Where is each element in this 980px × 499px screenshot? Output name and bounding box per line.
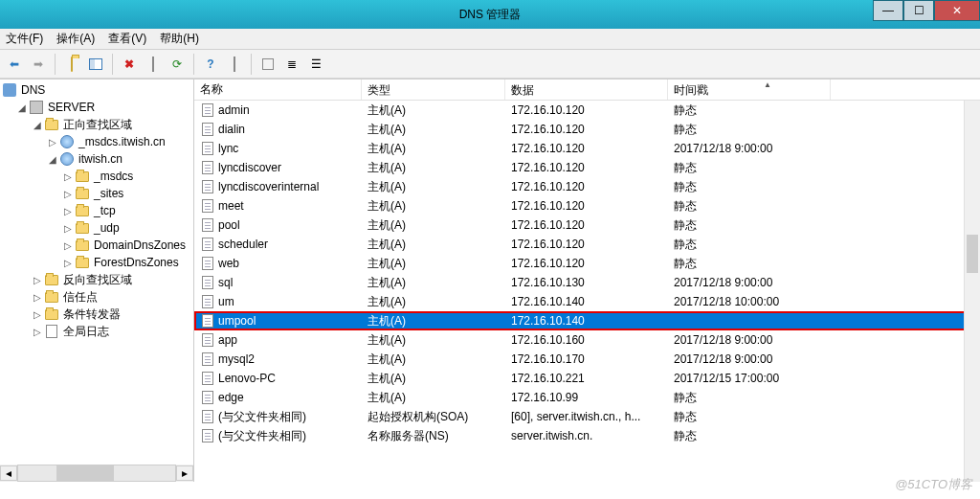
record-time: 2017/12/18 10:00:00 [668,295,831,308]
detail-icon: ☰ [311,57,322,71]
forward-button[interactable]: ➡ [28,54,49,75]
record-icon [200,352,215,367]
record-data: 172.16.10.170 [505,352,668,366]
window-title: DNS 管理器 [459,7,522,23]
record-name: admin [218,103,250,117]
record-icon [200,409,215,424]
minimize-button[interactable]: — [873,0,903,21]
record-time: 静态 [668,237,831,253]
record-type: 主机(A) [362,102,505,119]
record-name: lync [218,142,238,155]
list-header: 名称 类型 数据 时间戳 [194,79,980,101]
menu-action[interactable]: 操作(A) [56,31,95,47]
tree-hscrollbar[interactable]: ◂ ▸ [0,465,193,482]
delete-button[interactable]: ✖ [119,54,140,75]
menu-help[interactable]: 帮助(H) [160,31,199,47]
filter-icon [262,58,274,70]
record-row[interactable]: mysql2主机(A)172.16.10.1702017/12/18 9:00:… [194,350,980,369]
col-type[interactable]: 类型 [362,79,505,100]
record-name: dialin [218,123,245,136]
record-type: 主机(A) [362,237,505,253]
list-vscrollbar[interactable] [964,101,980,482]
properties-button[interactable] [143,54,164,75]
tree-sub-tcp[interactable]: ▷_tcp [0,202,193,219]
help-button[interactable]: ? [200,54,221,75]
record-data: 172.16.10.120 [505,103,668,117]
delete-icon: ✖ [124,57,134,71]
record-time: 静态 [668,160,831,176]
tree-domain-zone[interactable]: ◢itwish.cn [0,150,193,168]
filter-button[interactable] [257,54,278,75]
record-type: 主机(A) [362,332,505,349]
list-body[interactable]: admin主机(A)172.16.10.120静态dialin主机(A)172.… [194,101,980,482]
detail-button[interactable]: ☰ [305,54,326,75]
tree-global-log[interactable]: ▷全局日志 [0,323,193,340]
tree-server[interactable]: ◢SERVER [0,99,193,116]
tree-trust-points[interactable]: ▷信任点 [0,288,193,306]
record-icon [200,217,215,233]
record-row[interactable]: lync主机(A)172.16.10.1202017/12/18 9:00:00 [194,139,980,158]
tree-sub-forestdns[interactable]: ▷ForestDnsZones [0,254,193,271]
close-button[interactable]: ✕ [934,0,980,21]
record-row[interactable]: umpool主机(A)172.16.10.140 [194,311,980,330]
record-time: 2017/12/18 9:00:00 [668,276,831,289]
menu-bar: 文件(F) 操作(A) 查看(V) 帮助(H) [0,29,980,50]
record-data: 172.16.10.120 [505,199,668,213]
record-row[interactable]: (与父文件夹相同)起始授权机构(SOA)[60], server.itwish.… [194,407,980,426]
record-row[interactable]: lyncdiscover主机(A)172.16.10.120静态 [194,158,980,177]
zone-icon [60,152,74,166]
col-time[interactable]: 时间戳 [668,79,831,100]
tree-sub-udp[interactable]: ▷_udp [0,219,193,237]
record-icon [200,198,215,214]
record-time: 静态 [668,102,831,119]
record-row[interactable]: lyncdiscoverinternal主机(A)172.16.10.120静态 [194,177,980,196]
record-row[interactable]: Lenovo-PC主机(A)172.16.10.2212017/12/15 17… [194,369,980,388]
zone-icon [60,135,74,148]
record-name: lyncdiscoverinternal [218,180,319,193]
menu-view[interactable]: 查看(V) [108,31,146,47]
back-button[interactable]: ⬅ [4,54,25,75]
record-row[interactable]: sql主机(A)172.16.10.1302017/12/18 9:00:00 [194,273,980,292]
record-data: 172.16.10.120 [505,161,668,174]
list-button[interactable]: ≣ [281,54,302,75]
record-row[interactable]: um主机(A)172.16.10.1402017/12/18 10:00:00 [194,292,980,311]
tree-msdcs-zone[interactable]: ▷_msdcs.itwish.cn [0,133,193,150]
record-row[interactable]: admin主机(A)172.16.10.120静态 [194,101,980,120]
tree-reverse-zone[interactable]: ▷反向查找区域 [0,271,193,288]
record-row[interactable]: scheduler主机(A)172.16.10.120静态 [194,235,980,254]
record-time: 静态 [668,198,831,215]
refresh-button[interactable]: ⟳ [167,54,188,75]
menu-file[interactable]: 文件(F) [6,31,43,47]
record-row[interactable]: dialin主机(A)172.16.10.120静态 [194,120,980,139]
col-data[interactable]: 数据 [505,79,668,100]
record-name: Lenovo-PC [218,372,276,385]
record-row[interactable]: app主机(A)172.16.10.1602017/12/18 9:00:00 [194,330,980,350]
tree-sub-sites[interactable]: ▷_sites [0,185,193,202]
record-row[interactable]: web主机(A)172.16.10.120静态 [194,254,980,273]
up-button[interactable] [61,54,82,75]
record-icon [200,141,215,156]
maximize-button[interactable]: ☐ [903,0,934,21]
folder-icon [76,189,89,199]
record-row[interactable]: (与父文件夹相同)名称服务器(NS)server.itwish.cn.静态 [194,426,980,445]
tree-sub-msdcs[interactable]: ▷_msdcs [0,168,193,185]
record-time: 静态 [668,217,831,234]
record-type: 主机(A) [362,179,505,195]
tree-conditional-fwd[interactable]: ▷条件转发器 [0,306,193,323]
tree-sub-domaindns[interactable]: ▷DomainDnsZones [0,237,193,254]
record-icon [200,313,215,329]
record-type: 起始授权机构(SOA) [362,409,505,425]
show-hide-button[interactable] [85,54,106,75]
tree-dns-root[interactable]: DNS [0,81,193,99]
record-name: sql [218,276,233,289]
record-type: 主机(A) [362,352,505,368]
record-icon [200,371,215,386]
record-row[interactable]: edge主机(A)172.16.10.99静态 [194,388,980,407]
record-row[interactable]: meet主机(A)172.16.10.120静态 [194,196,980,215]
tree-forward-zone[interactable]: ◢正向查找区域 [0,116,193,133]
record-data: 172.16.10.140 [505,295,668,308]
find-button[interactable] [224,54,245,75]
record-icon [200,275,215,290]
col-name[interactable]: 名称 [194,79,362,100]
record-row[interactable]: pool主机(A)172.16.10.120静态 [194,215,980,235]
